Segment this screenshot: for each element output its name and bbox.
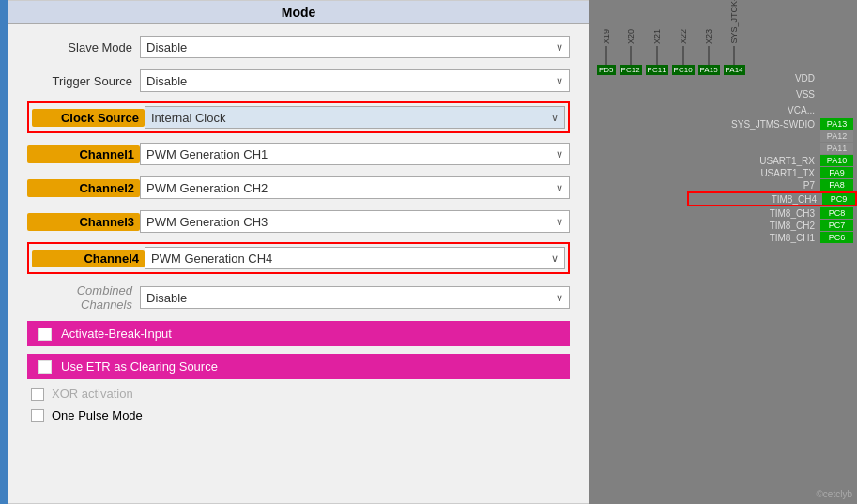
pc8-name-label: TIM8_CH3 bbox=[687, 208, 819, 219]
one-pulse-checkbox-icon[interactable] bbox=[31, 409, 44, 422]
left-blue-bar bbox=[0, 0, 8, 504]
pin-vss-row: VSS bbox=[687, 86, 857, 101]
trigger-source-value: Disable bbox=[146, 74, 187, 88]
pa10-chip: PA10 bbox=[820, 155, 853, 166]
pin-pa11-row: PA11 bbox=[687, 143, 857, 154]
pin-sys-jtck-line bbox=[733, 46, 735, 65]
pin-pd5-chip: PD5 bbox=[597, 65, 616, 75]
pin-vca-row: VCA... bbox=[687, 102, 857, 117]
chip-diagram: X19 PD5 X20 PC12 X21 PC11 X22 PC bbox=[589, 0, 857, 504]
pin-vdd-row: VDD bbox=[687, 70, 857, 85]
clock-source-dropdown[interactable]: Internal Clock ∨ bbox=[145, 106, 565, 129]
pc6-chip: PC6 bbox=[820, 232, 853, 243]
use-etr-label: Use ETR as Clearing Source bbox=[61, 359, 218, 374]
pin-pa10-row: USART1_RX PA10 bbox=[687, 155, 857, 166]
clock-source-arrow-icon: ∨ bbox=[551, 112, 559, 124]
trigger-source-dropdown[interactable]: Disable ∨ bbox=[140, 69, 570, 92]
pin-pa9-row: USART1_TX PA9 bbox=[687, 167, 857, 178]
vdd-spacer bbox=[820, 70, 853, 85]
channel2-row: Channel2 PWM Generation CH2 ∨ bbox=[27, 175, 570, 201]
pin-x21-line bbox=[656, 46, 658, 65]
right-pins-container: VDD VSS VCA... SYS_JTMS-SWDIO PA13 bbox=[687, 70, 857, 243]
pin-x20-label: X20 bbox=[626, 29, 635, 44]
xor-checkbox-icon[interactable] bbox=[31, 388, 44, 401]
combined-arrow-icon: ∨ bbox=[556, 292, 563, 304]
pa8-name-label: P7 bbox=[687, 180, 819, 191]
channel2-label: Channel2 bbox=[27, 179, 140, 197]
pin-x21-label: X21 bbox=[652, 29, 662, 44]
pc9-chip: PC9 bbox=[822, 193, 855, 205]
watermark: ©cetclyb bbox=[817, 489, 853, 499]
vca-spacer bbox=[820, 102, 853, 117]
channel2-dropdown[interactable]: PWM Generation CH2 ∨ bbox=[140, 176, 570, 199]
activate-break-button[interactable]: Activate-Break-Input bbox=[27, 321, 570, 346]
combined-channels-dropdown[interactable]: Disable ∨ bbox=[140, 286, 570, 309]
channel1-dropdown[interactable]: PWM Generation CH1 ∨ bbox=[140, 143, 570, 165]
pin-pc11-chip: PC11 bbox=[646, 65, 668, 75]
clock-source-value: Internal Clock bbox=[151, 111, 225, 125]
slave-mode-label: Slave Mode bbox=[27, 40, 140, 54]
pin-pc6-row: TIM8_CH1 PC6 bbox=[687, 232, 857, 243]
pc8-chip: PC8 bbox=[820, 207, 853, 219]
right-panel: X19 PD5 X20 PC12 X21 PC11 X22 PC bbox=[589, 0, 857, 504]
pc7-name-label: TIM8_CH2 bbox=[687, 221, 819, 231]
pin-x23-line bbox=[708, 46, 710, 65]
pin-x22-line bbox=[682, 46, 684, 65]
pa10-name-label: USART1_RX bbox=[687, 156, 819, 166]
panel-title: Mode bbox=[8, 1, 589, 24]
channel3-arrow-icon: ∨ bbox=[556, 216, 563, 228]
combined-channels-value: Disable bbox=[146, 291, 187, 305]
channel4-row: Channel4 PWM Generation CH4 ∨ bbox=[27, 242, 570, 274]
pa13-name-label: SYS_JTMS-SWDIO bbox=[687, 119, 819, 130]
xor-activation-row: XOR activation bbox=[27, 387, 570, 401]
pa13-chip: PA13 bbox=[820, 118, 853, 130]
trigger-source-label: Trigger Source bbox=[27, 74, 140, 88]
pin-pa13-row: SYS_JTMS-SWDIO PA13 bbox=[687, 118, 857, 130]
channel3-row: Channel3 PWM Generation CH3 ∨ bbox=[27, 208, 570, 235]
channel3-dropdown[interactable]: PWM Generation CH3 ∨ bbox=[140, 210, 570, 233]
slave-mode-dropdown[interactable]: Disable ∨ bbox=[140, 36, 570, 58]
slave-mode-arrow-icon: ∨ bbox=[556, 41, 563, 53]
pin-sys-jtck-label: SYS_JTCK-SWCLK bbox=[729, 0, 739, 44]
channel1-value: PWM Generation CH1 bbox=[146, 147, 268, 161]
channel3-value: PWM Generation CH3 bbox=[146, 215, 268, 229]
channel1-row: Channel1 PWM Generation CH1 ∨ bbox=[27, 141, 570, 167]
pa9-name-label: USART1_TX bbox=[687, 168, 819, 178]
pin-x23-label: X23 bbox=[704, 29, 713, 44]
trigger-source-row: Trigger Source Disable ∨ bbox=[27, 68, 570, 94]
pin-pc12-chip: PC12 bbox=[620, 65, 642, 75]
channel4-value: PWM Generation CH4 bbox=[151, 252, 272, 266]
pa11-chip: PA11 bbox=[820, 143, 853, 154]
pin-x20-line bbox=[630, 46, 632, 65]
pin-x22-label: X22 bbox=[679, 29, 688, 44]
channel4-label: Channel4 bbox=[32, 250, 145, 267]
pin-x19-label: X19 bbox=[602, 29, 611, 44]
pin-pc8-row: TIM8_CH3 PC8 bbox=[687, 207, 857, 219]
channel2-arrow-icon: ∨ bbox=[556, 182, 563, 194]
pin-x19-line bbox=[605, 46, 607, 65]
channel3-label: Channel3 bbox=[27, 213, 140, 231]
use-etr-checkbox-icon bbox=[38, 360, 52, 374]
channel4-dropdown[interactable]: PWM Generation CH4 ∨ bbox=[145, 247, 565, 269]
pin-pa8-row: P7 PA8 bbox=[687, 179, 857, 191]
pa8-chip: PA8 bbox=[820, 179, 853, 191]
pc9-name-label: TIM8_CH4 bbox=[689, 194, 820, 205]
activate-break-checkbox-icon bbox=[38, 328, 52, 341]
main-container: Mode Slave Mode Disable ∨ Trigger Source… bbox=[0, 0, 857, 504]
pin-pc7-row: TIM8_CH2 PC7 bbox=[687, 220, 857, 231]
clock-source-row: Clock Source Internal Clock ∨ bbox=[27, 101, 570, 133]
slave-mode-value: Disable bbox=[146, 40, 187, 54]
one-pulse-label: One Pulse Mode bbox=[52, 408, 143, 422]
panel-content: Slave Mode Disable ∨ Trigger Source Disa… bbox=[8, 24, 589, 503]
pc7-chip: PC7 bbox=[820, 220, 853, 231]
channel1-arrow-icon: ∨ bbox=[556, 148, 563, 160]
combined-channels-label: Combined Channels bbox=[27, 283, 140, 312]
trigger-source-arrow-icon: ∨ bbox=[556, 75, 563, 87]
pin-pc9-row: TIM8_CH4 PC9 bbox=[687, 191, 857, 206]
vss-spacer bbox=[820, 86, 853, 101]
one-pulse-row: One Pulse Mode bbox=[27, 408, 570, 422]
pc6-name-label: TIM8_CH1 bbox=[687, 233, 819, 243]
channel1-label: Channel1 bbox=[27, 145, 140, 163]
activate-break-label: Activate-Break-Input bbox=[61, 327, 172, 341]
use-etr-button[interactable]: Use ETR as Clearing Source bbox=[27, 354, 570, 379]
